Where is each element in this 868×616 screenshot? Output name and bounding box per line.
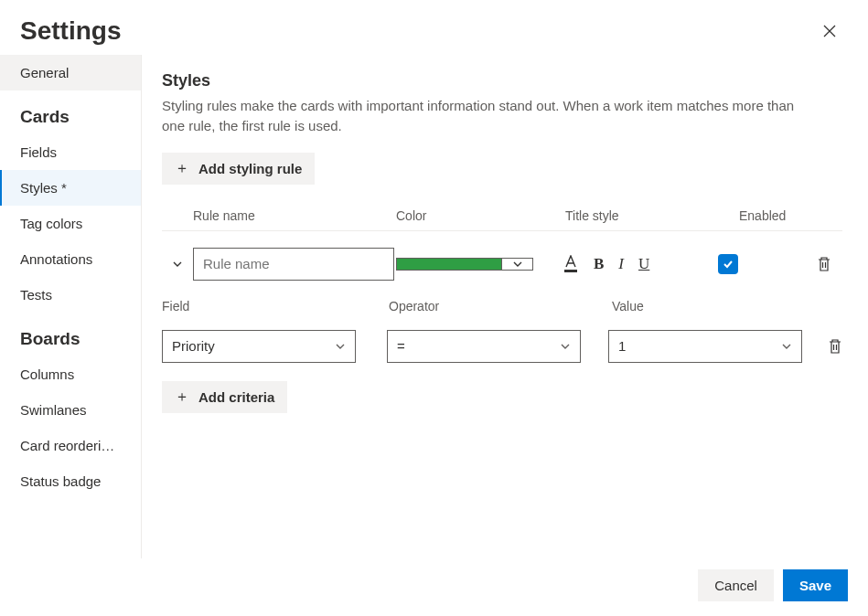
add-criteria-button[interactable]: ＋ Add criteria	[162, 381, 287, 413]
col-color: Color	[396, 208, 565, 223]
color-swatch[interactable]	[396, 258, 502, 271]
sidebar-item-columns[interactable]: Columns	[0, 356, 141, 392]
sidebar-item-annotations[interactable]: Annotations	[0, 241, 141, 277]
chevron-down-icon	[335, 341, 346, 352]
value-dropdown[interactable]: 1	[608, 330, 802, 363]
col-rule-name: Rule name	[193, 208, 396, 223]
close-button[interactable]	[817, 18, 842, 44]
criteria-row: Priority = 1	[162, 330, 842, 363]
sidebar-item-card-reordering[interactable]: Card reorderi…	[0, 428, 141, 463]
col-operator: Operator	[389, 299, 612, 313]
field-dropdown[interactable]: Priority	[162, 330, 356, 363]
chevron-down-icon	[781, 341, 792, 352]
value-value: 1	[618, 338, 626, 354]
col-value: Value	[612, 299, 842, 313]
section-description: Styling rules make the cards with import…	[162, 96, 820, 136]
page-title: Settings	[20, 16, 121, 46]
delete-rule-button[interactable]	[806, 256, 842, 272]
enabled-checkbox[interactable]	[718, 254, 738, 274]
delete-criteria-button[interactable]	[828, 338, 842, 355]
sidebar-item-fields[interactable]: Fields	[0, 134, 141, 170]
operator-dropdown[interactable]: =	[387, 330, 581, 363]
chevron-down-icon	[512, 259, 523, 270]
sidebar-item-general[interactable]: General	[0, 55, 141, 90]
rule-header-row: Rule name Color Title style Enabled	[162, 208, 842, 231]
sidebar-group-cards: Cards	[0, 90, 141, 134]
sidebar-group-boards: Boards	[0, 313, 141, 356]
rule-row: B I U	[162, 231, 842, 293]
cancel-button[interactable]: Cancel	[698, 569, 774, 601]
sidebar-item-swimlanes[interactable]: Swimlanes	[0, 392, 141, 428]
add-styling-rule-label: Add styling rule	[198, 161, 302, 176]
main-panel: Styles Styling rules make the cards with…	[142, 55, 868, 558]
footer: Cancel Save	[0, 558, 868, 616]
plus-icon: ＋	[175, 388, 189, 407]
font-color-button[interactable]	[563, 255, 579, 273]
sidebar-item-tag-colors[interactable]: Tag colors	[0, 206, 141, 241]
col-enabled: Enabled	[739, 208, 806, 223]
add-criteria-label: Add criteria	[198, 389, 274, 405]
svg-rect-0	[564, 270, 577, 272]
col-title-style: Title style	[565, 208, 739, 223]
save-button[interactable]: Save	[783, 569, 848, 601]
chevron-down-icon	[560, 341, 571, 352]
field-value: Priority	[172, 338, 215, 354]
trash-icon	[828, 338, 842, 355]
add-styling-rule-button[interactable]: ＋ Add styling rule	[162, 153, 315, 185]
sidebar-item-status-badge[interactable]: Status badge	[0, 463, 141, 499]
sidebar-item-styles[interactable]: Styles *	[0, 170, 141, 206]
section-heading: Styles	[162, 71, 842, 90]
criteria-header-row: Field Operator Value	[162, 299, 842, 313]
col-field: Field	[162, 299, 389, 313]
italic-button[interactable]: I	[618, 255, 624, 273]
chevron-down-icon	[172, 259, 183, 270]
font-color-icon	[563, 255, 579, 273]
expand-toggle[interactable]	[162, 259, 193, 270]
close-icon	[822, 24, 837, 38]
operator-value: =	[397, 338, 405, 354]
underline-button[interactable]: U	[638, 255, 649, 273]
sidebar: General Cards Fields Styles * Tag colors…	[0, 55, 142, 558]
bold-button[interactable]: B	[594, 255, 604, 273]
check-icon	[722, 258, 734, 271]
rule-name-input[interactable]	[193, 248, 394, 281]
plus-icon: ＋	[175, 159, 189, 178]
sidebar-item-tests[interactable]: Tests	[0, 277, 141, 313]
color-dropdown[interactable]	[502, 258, 533, 271]
trash-icon	[817, 256, 831, 272]
